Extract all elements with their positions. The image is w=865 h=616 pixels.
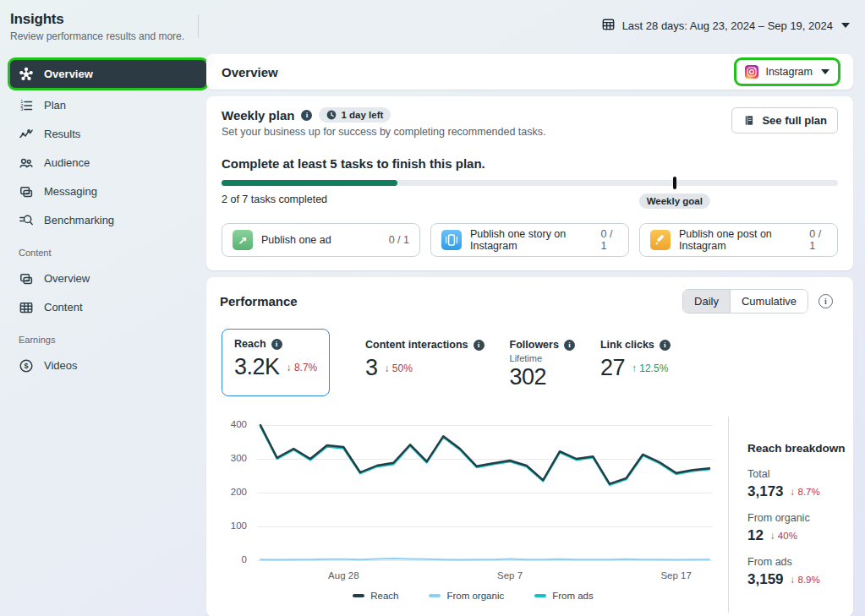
legend-swatch-icon (534, 594, 546, 597)
breakdown-title: Reach breakdown (747, 442, 853, 455)
reach-value: 3.2K (234, 354, 280, 380)
legend-swatch-icon (353, 594, 364, 597)
breakdown-row-label: Total (747, 468, 853, 480)
weekly-plan-progress-bar (222, 180, 838, 186)
task-count: 0 / 1 (601, 228, 618, 252)
reach-breakdown-panel: Reach breakdown Total 3,173 ↓ 8.7% From … (728, 417, 853, 613)
legend-item: From organic (429, 591, 504, 601)
metric-reach[interactable]: Reach i 3.2K ↓ 8.7% (222, 329, 330, 396)
account-selector-label: Instagram (765, 66, 813, 78)
sidebar-item-videos[interactable]: $ Videos (10, 352, 206, 379)
legend-label: Reach (370, 591, 398, 601)
sidebar-item-messaging[interactable]: Messaging (10, 177, 206, 205)
y-tick-label: 200 (231, 487, 247, 497)
svg-text:3: 3 (20, 106, 23, 112)
info-icon[interactable]: i (474, 340, 485, 351)
sidebar-item-label: Videos (44, 359, 78, 372)
cards-icon (19, 271, 34, 286)
sidebar-item-content-overview[interactable]: Overview (10, 264, 206, 292)
x-tick-label: Sep 17 (660, 570, 691, 581)
x-tick-label: Sep 7 (497, 570, 523, 581)
plan-goal-heading: Complete at least 5 tasks to finish this… (222, 156, 838, 171)
toggle-daily[interactable]: Daily (683, 290, 731, 313)
toggle-cumulative[interactable]: Cumulative (731, 290, 808, 313)
tasks-completed-label: 2 of 7 tasks completed (222, 194, 327, 205)
sidebar-item-overview[interactable]: Overview (10, 60, 206, 88)
account-selector-instagram[interactable]: Instagram (736, 60, 838, 84)
task-publish-ad[interactable]: ↗ Publish one ad 0 / 1 (222, 223, 420, 257)
dollar-circle-icon: $ (19, 358, 34, 373)
chart-plot-area (257, 417, 713, 565)
info-icon[interactable]: i (564, 340, 575, 351)
metric-content-interactions[interactable]: Content interactions i 3 ↓ 50% (365, 329, 485, 381)
sidebar-item-benchmarking[interactable]: Benchmarking (10, 206, 206, 234)
sidebar-item-label: Overview (44, 68, 93, 80)
hub-icon (19, 67, 34, 82)
table-icon (19, 300, 34, 315)
info-icon[interactable]: i (301, 110, 312, 121)
sidebar-item-label: Overview (44, 272, 90, 285)
sidebar-item-results[interactable]: Results (10, 120, 206, 148)
trend-line-icon (19, 127, 34, 142)
chevron-down-icon (841, 23, 850, 28)
date-range-label: Last 28 days: Aug 23, 2024 – Sep 19, 202… (622, 19, 833, 32)
breakdown-row-label: From organic (747, 512, 853, 524)
clock-icon (326, 110, 337, 120)
title-block: Insights Review performance results and … (10, 11, 184, 42)
breakdown-organic-value: 12 (747, 527, 764, 544)
date-range-selector[interactable]: Last 28 days: Aug 23, 2024 – Sep 19, 202… (601, 17, 850, 34)
story-task-icon (441, 230, 462, 250)
sidebar-item-label: Audience (44, 156, 90, 169)
sidebar-item-audience[interactable]: Audience (10, 149, 206, 177)
performance-info-icon[interactable]: i (818, 294, 833, 308)
sidebar-item-label: Messaging (44, 185, 97, 198)
weekly-goal-marker (673, 177, 676, 189)
page-subtitle: Review performance results and more. (10, 30, 184, 42)
y-tick-label: 400 (231, 419, 247, 429)
header-divider (198, 14, 199, 38)
followers-sublabel: Lifetime (510, 353, 575, 363)
content-interactions-delta: ↓ 50% (385, 363, 413, 374)
metric-followers[interactable]: Followers i Lifetime 302 (510, 329, 575, 390)
sidebar-item-plan[interactable]: 1 2 3 Plan (10, 91, 206, 119)
days-left-badge: 1 day left (319, 107, 391, 123)
breakdown-row-label: From ads (747, 556, 853, 568)
weekly-plan-card: Weekly plan i 1 day left Set your busine… (206, 96, 853, 270)
performance-title: Performance (220, 294, 298, 308)
people-icon (19, 155, 34, 171)
breakdown-total-value: 3,173 (747, 483, 784, 500)
sidebar-item-label: Results (44, 128, 80, 140)
y-tick-label: 0 (242, 554, 247, 564)
daily-cumulative-toggle: Daily Cumulative (682, 289, 808, 313)
numbered-list-icon: 1 2 3 (19, 98, 34, 113)
legend-item: Reach (353, 591, 398, 601)
svg-text:$: $ (24, 362, 28, 370)
chart-legend: ReachFrom organicFrom ads (218, 591, 728, 601)
info-icon[interactable]: i (660, 340, 671, 351)
section-title-overview: Overview (222, 65, 278, 79)
legend-item: From ads (534, 591, 594, 601)
breakdown-total-delta: ↓ 8.7% (791, 487, 820, 497)
chart-y-axis: 0100200300400 (218, 417, 247, 565)
task-publish-story[interactable]: Publish one story on Instagram 0 / 1 (430, 223, 629, 257)
link-clicks-delta: ↑ 12.5% (632, 363, 668, 374)
insights-sidebar: Overview 1 2 3 Plan Results (0, 52, 206, 380)
task-publish-post[interactable]: Publish one post on Instagram 0 / 1 (639, 223, 838, 257)
info-icon[interactable]: i (271, 339, 282, 350)
task-count: 0 / 1 (809, 228, 827, 252)
metric-link-clicks[interactable]: Link clicks i 27 ↑ 12.5% (600, 329, 671, 381)
legend-swatch-icon (429, 594, 441, 597)
instagram-icon (745, 65, 758, 79)
sidebar-item-content[interactable]: Content (10, 293, 206, 321)
sidebar-item-label: Content (44, 301, 83, 313)
reach-line-chart: 0100200300400 Aug 28Sep 7Sep 17 ReachFro… (206, 417, 728, 613)
followers-value: 302 (510, 364, 547, 390)
legend-label: From organic (446, 591, 504, 601)
reach-delta: ↓ 8.7% (287, 362, 318, 373)
performance-card: Performance Daily Cumulative i Reach i 3… (206, 277, 853, 616)
sidebar-section-earnings: Earnings (19, 335, 206, 345)
top-header: Insights Review performance results and … (0, 0, 865, 52)
task-count: 0 / 1 (389, 234, 409, 246)
sidebar-item-label: Plan (44, 99, 66, 112)
see-full-plan-button[interactable]: See full plan (731, 107, 838, 134)
